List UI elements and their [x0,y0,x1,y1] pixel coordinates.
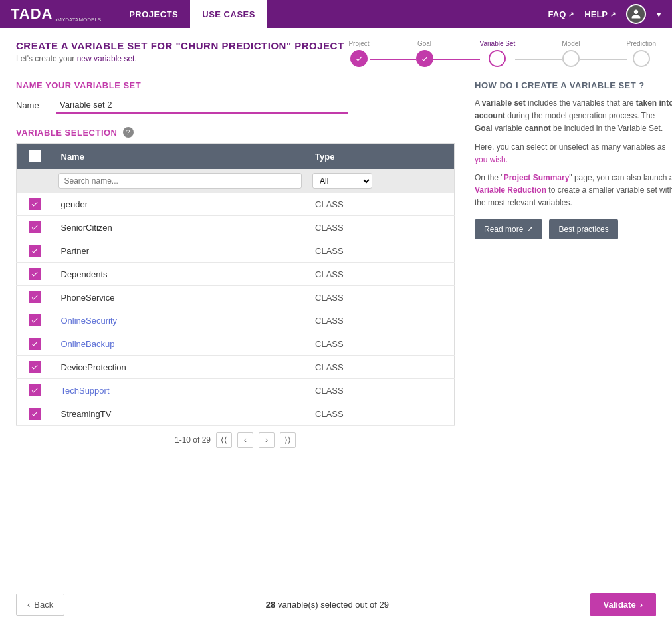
row-name: DeviceProtection [53,356,308,379]
step-circle-project [350,50,368,67]
row-type: CLASS [307,216,454,239]
row-type: CLASS [307,239,454,263]
right-panel: HOW DO I CREATE A VARIABLE SET ? A varia… [475,80,672,239]
step-model: Model [562,40,580,67]
nav-right: FAQ ↗ HELP ↗ ▾ [548,4,661,24]
right-panel-title: HOW DO I CREATE A VARIABLE SET ? [475,80,672,90]
row-checkbox[interactable] [29,338,41,350]
connector-1 [370,59,416,60]
pagination-prev[interactable]: ‹ [237,432,253,448]
row-checkbox[interactable] [29,198,41,210]
step-circle-prediction [633,50,650,67]
pagination: 1-10 of 29 ⟨⟨ ‹ › ⟩⟩ [16,426,455,455]
row-checkbox[interactable] [29,221,41,233]
page-subtitle: Let's create your new variable set. [16,54,348,63]
row-type: CLASS [307,332,454,356]
variable-selection-header: VARIABLE SELECTION ? [16,127,455,138]
subtitle-link[interactable]: new variable set [77,54,135,63]
row-checkbox[interactable] [29,245,41,257]
top-row: CREATE A VARIABLE SET FOR "CHURN PREDICT… [16,40,656,67]
step-label-goal: Goal [417,40,431,47]
table-row: TechSupport CLASS [17,379,455,402]
logo-subtext: •MYDATAMODELS [55,17,101,23]
external-icon: ↗ [568,11,574,18]
nav-items: PROJECTS USE CASES [117,0,548,28]
stepper: Project Goal Variable Set [348,40,656,67]
step-variable-set: Variable Set [480,40,516,67]
content-row: NAME YOUR VARIABLE SET Name VARIABLE SEL… [16,80,656,455]
panel-buttons: Read more ↗ Best practices [475,219,672,239]
step-label-project: Project [348,40,369,47]
page-title: CREATE A VARIABLE SET FOR "CHURN PREDICT… [16,40,348,51]
step-label-prediction: Prediction [627,40,656,47]
table-row: SeniorCitizen CLASS [17,216,455,239]
row-type: CLASS [307,286,454,309]
variable-set-name-input[interactable] [56,97,348,114]
nav-item-projects[interactable]: PROJECTS [117,0,190,28]
row-name: OnlineBackup [53,332,308,356]
row-checkbox[interactable] [29,314,41,326]
connector-3 [515,59,562,60]
row-name: StreamingTV [53,402,308,426]
faq-link[interactable]: FAQ ↗ [548,9,574,19]
row-type: CLASS [307,309,454,332]
row-name: SeniorCitizen [53,216,308,239]
table-row: StreamingTV CLASS [17,402,455,426]
best-practices-button[interactable]: Best practices [549,219,617,239]
search-input[interactable] [58,173,302,189]
table-row: Dependents CLASS [17,263,455,286]
name-label: Name [16,100,56,110]
row-checkbox[interactable] [29,408,41,420]
step-circle-model [562,50,580,67]
variable-table: Name Type All CLASS [16,143,455,426]
row-checkbox[interactable] [29,384,41,396]
help-link[interactable]: HELP ↗ [584,9,616,19]
row-type: CLASS [307,356,454,379]
row-checkbox[interactable] [29,291,41,303]
row-checkbox[interactable] [29,268,41,280]
user-avatar[interactable] [626,4,646,24]
step-project: Project [348,40,369,67]
step-goal: Goal [416,40,433,67]
pagination-next[interactable]: › [259,432,275,448]
table-row: DeviceProtection CLASS [17,356,455,379]
row-checkbox[interactable] [29,361,41,373]
top-navigation: TADA •MYDATAMODELS PROJECTS USE CASES FA… [0,0,672,28]
table-row: OnlineBackup CLASS [17,332,455,356]
row-name: gender [53,193,308,216]
page-header: CREATE A VARIABLE SET FOR "CHURN PREDICT… [16,40,348,63]
name-row: Name [16,97,455,114]
connector-4 [580,59,627,60]
pagination-first[interactable]: ⟨⟨ [216,432,232,448]
table-row: PhoneService CLASS [17,286,455,309]
right-panel-text-2: Here, you can select or unselect as many… [475,141,672,166]
type-filter-select[interactable]: All CLASS NUMERIC DATE [312,173,372,189]
read-more-button[interactable]: Read more ↗ [475,219,542,239]
logo: TADA •MYDATAMODELS [11,5,101,23]
table-row: gender CLASS [17,193,455,216]
row-name: Partner [53,239,308,263]
logo-text: TADA [11,5,53,23]
row-name: Dependents [53,263,308,286]
help-icon[interactable]: ? [123,127,134,138]
row-type: CLASS [307,263,454,286]
variable-selection-title: VARIABLE SELECTION [16,128,118,138]
step-prediction: Prediction [627,40,656,67]
select-all-checkbox[interactable] [29,150,41,162]
nav-item-use-cases[interactable]: USE CASES [190,0,267,28]
pagination-range: 1-10 of 29 [175,435,211,445]
connector-2 [433,59,480,60]
row-type: CLASS [307,402,454,426]
user-menu-arrow[interactable]: ▾ [657,9,661,19]
row-type: CLASS [307,193,454,216]
external-icon: ↗ [610,11,616,18]
step-circle-variable-set [489,50,506,67]
pagination-last[interactable]: ⟩⟩ [280,432,296,448]
right-panel-text-3: On the "Project Summary" page, you can a… [475,172,672,210]
table-row: OnlineSecurity CLASS [17,309,455,332]
name-section-title: NAME YOUR VARIABLE SET [16,80,455,90]
content-left: NAME YOUR VARIABLE SET Name VARIABLE SEL… [16,80,455,455]
row-name: OnlineSecurity [53,309,308,332]
main-content: CREATE A VARIABLE SET FOR "CHURN PREDICT… [0,28,672,588]
search-row: All CLASS NUMERIC DATE [17,169,455,193]
